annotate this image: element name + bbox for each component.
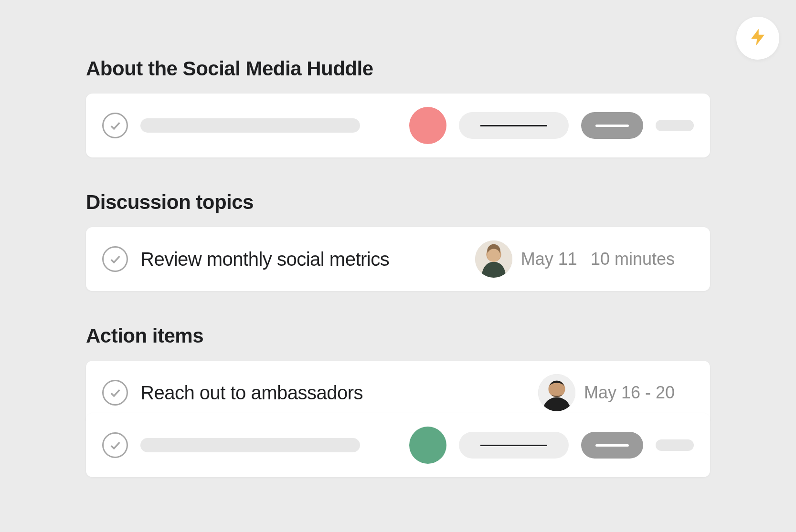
complete-checkbox[interactable] [102,246,128,272]
task-row-placeholder[interactable] [86,94,710,157]
assignee-avatar[interactable] [538,374,575,411]
complete-checkbox[interactable] [102,432,128,458]
section-action-items: Action items Reach out to ambassadors Ma… [86,324,710,477]
section-about: About the Social Media Huddle [86,57,710,157]
svg-point-5 [548,381,565,397]
complete-checkbox[interactable] [102,380,128,406]
task-title-placeholder [140,438,360,452]
assignee-avatar-placeholder[interactable] [409,107,446,144]
task-row[interactable]: Review monthly social metrics May 11 10 … [86,227,710,291]
task-title-placeholder [140,118,360,133]
task-title: Review monthly social metrics [140,249,463,270]
automation-badge[interactable] [736,17,779,60]
task-date: May 16 - 20 [584,383,675,403]
section-title-discussion: Discussion topics [86,191,710,214]
tag-pill-placeholder[interactable] [581,112,643,139]
field-pill-placeholder[interactable] [459,112,569,139]
task-date: May 11 [521,249,577,269]
lightning-icon [748,27,768,49]
task-title: Reach out to ambassadors [140,382,526,404]
field-pill-placeholder[interactable] [459,432,569,459]
section-discussion: Discussion topics Review monthly social … [86,191,710,291]
assignee-avatar[interactable] [475,240,512,278]
tag-pill-placeholder[interactable] [581,432,643,459]
task-row-placeholder[interactable] [86,413,710,477]
assignee-avatar-placeholder[interactable] [409,427,446,464]
field-stub-placeholder [656,120,694,131]
field-stub-placeholder [656,439,694,451]
svg-point-3 [487,249,500,262]
task-duration: 10 minutes [591,249,675,269]
section-title-action-items: Action items [86,324,710,347]
complete-checkbox[interactable] [102,113,128,138]
section-title-about: About the Social Media Huddle [86,57,710,80]
